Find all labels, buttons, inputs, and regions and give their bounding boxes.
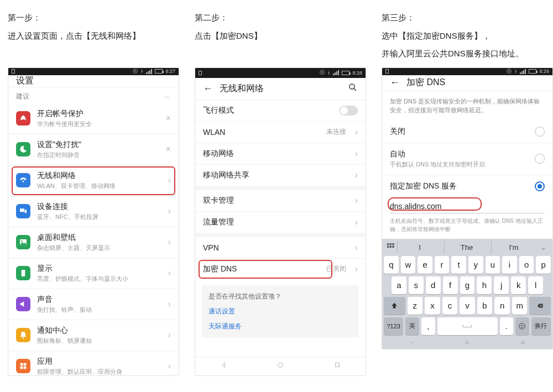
page-title: 加密 DNS [406, 77, 545, 88]
key[interactable]: r [435, 256, 450, 274]
settings-item-notif[interactable]: 通知中心图标角标、锁屏通知 › [8, 320, 179, 351]
row-wlan[interactable]: WLAN 未连接 › [195, 122, 366, 143]
key-backspace[interactable] [529, 297, 551, 315]
clock: 8:29 [539, 69, 549, 74]
key-comma[interactable]: , [421, 317, 435, 335]
close-icon[interactable]: × [166, 113, 171, 123]
key-space[interactable] [437, 317, 498, 335]
list-title: 双卡管理 [203, 196, 348, 206]
clock: 8:28 [352, 70, 362, 76]
key[interactable]: i [502, 256, 517, 274]
key[interactable]: x [425, 297, 440, 315]
key[interactable]: d [426, 276, 441, 294]
row-mobile[interactable]: 移动网络 › [195, 143, 366, 165]
navbar [384, 338, 551, 348]
row-tether[interactable]: 移动网络共享 › [195, 165, 366, 186]
key[interactable]: h [477, 276, 492, 294]
nav-recent-icon[interactable] [333, 361, 341, 371]
nav-recent-icon[interactable] [520, 338, 526, 348]
suggest-item-protect[interactable]: 开启帐号保护 华为帐号使用更安全 × [8, 103, 179, 134]
suggestion[interactable]: I [397, 241, 442, 254]
key[interactable]: c [442, 297, 458, 315]
key[interactable]: z [408, 297, 423, 315]
key-emoji[interactable] [515, 317, 529, 335]
key-shift[interactable] [384, 297, 405, 315]
key[interactable]: b [477, 297, 493, 315]
step3-desc2: 并输入阿里云公共DNS服务接口地址。 [382, 46, 553, 62]
chevron-right-icon: › [355, 243, 358, 253]
key[interactable]: j [494, 276, 509, 294]
key-enter[interactable]: 换行 [531, 317, 551, 335]
kbd-menu-icon[interactable] [386, 242, 395, 253]
radio-off[interactable]: 关闭 [382, 121, 552, 143]
phone-1: ⓝ ᚼ 8:27 设置 建议︿ 开启帐号保护 华为帐号使用更安全 × [8, 67, 179, 376]
search-icon[interactable] [348, 82, 358, 95]
key[interactable]: e [418, 256, 432, 274]
settings-item-connect[interactable]: 设备连接蓝牙、NFC、手机投屏 › [8, 196, 179, 227]
key[interactable]: n [494, 297, 510, 315]
suggest-item-dnd[interactable]: 设置"免打扰" 在指定时间静音 × [8, 134, 179, 165]
radio-auto[interactable]: 自动 手机默认 DNS 地址支持加密时开启 [382, 143, 552, 175]
suggest-header[interactable]: 建议︿ [8, 87, 179, 103]
settings-item-apps[interactable]: 应用权限管理、默认应用、应用分身 › [8, 351, 179, 376]
row-airplane[interactable]: 飞行模式 [195, 100, 366, 122]
key[interactable]: t [451, 256, 466, 274]
row-traffic[interactable]: 流量管理 › [195, 212, 366, 233]
key[interactable]: p [536, 256, 551, 274]
key-period[interactable]: . [500, 317, 514, 335]
radio-specify[interactable]: 指定加密 DNS 服务 [382, 175, 552, 197]
settings-item-home[interactable]: 桌面和壁纸杂志锁屏、主题、灭屏显示 › [8, 227, 179, 258]
key-num[interactable]: ?123 [384, 317, 403, 335]
sim-icon [385, 69, 389, 74]
link-call[interactable]: 通话设置 [208, 307, 352, 316]
step1-desc: 进入设置页面，点击【无线和网络】 [8, 28, 185, 44]
radio-icon [535, 154, 545, 164]
key-lang[interactable]: 英 [405, 317, 419, 335]
key[interactable]: v [460, 297, 475, 315]
suggestion[interactable]: I'm [491, 241, 536, 254]
step2-title: 第二步： [195, 10, 372, 26]
svg-rect-9 [24, 367, 27, 369]
key[interactable]: a [392, 276, 406, 294]
svg-point-3 [21, 241, 23, 242]
battery-icon [529, 69, 536, 74]
close-icon[interactable]: × [166, 144, 171, 154]
svg-point-18 [278, 363, 283, 367]
key[interactable]: o [519, 256, 534, 274]
row-dns[interactable]: 加密 DNS 已关闭 › [195, 259, 366, 280]
back-icon[interactable]: ← [203, 83, 213, 95]
key[interactable]: g [460, 276, 475, 294]
back-icon[interactable]: ← [390, 77, 400, 88]
svg-rect-25 [392, 245, 394, 247]
key[interactable]: y [468, 256, 483, 274]
toggle-off[interactable] [339, 106, 358, 116]
chevron-right-icon: › [355, 196, 358, 206]
chevron-right-icon: › [168, 175, 171, 185]
key[interactable]: s [409, 276, 424, 294]
key[interactable]: w [401, 256, 416, 274]
bt-icon: ᚼ [327, 70, 330, 76]
dns-input[interactable] [390, 200, 545, 213]
nav-back-icon[interactable] [220, 361, 227, 371]
settings-item-sound[interactable]: 声音免打扰、铃声、振动 › [8, 289, 179, 320]
key[interactable]: f [443, 276, 458, 294]
nav-down-icon[interactable] [409, 338, 415, 348]
key[interactable]: l [528, 276, 543, 294]
step2-desc: 点击【加密DNS】 [195, 28, 372, 44]
key[interactable]: q [384, 256, 399, 274]
key[interactable]: m [512, 297, 528, 315]
settings-item-display[interactable]: 显示亮度、护眼模式、字体与显示大小 › [8, 258, 179, 289]
list-title: 桌面和壁纸 [37, 233, 161, 243]
statusbar: ⓝ ᚼ 8:29 [382, 68, 552, 75]
row-dual[interactable]: 双卡管理 › [195, 190, 366, 212]
suggestion[interactable]: The [444, 241, 489, 254]
nav-home-icon[interactable] [464, 338, 470, 348]
settings-item-wireless[interactable]: 无线和网络 WLAN、双卡管理、移动网络 › [8, 165, 179, 196]
key[interactable]: k [511, 276, 526, 294]
link-skytone[interactable]: 天际通服务 [208, 322, 352, 331]
key[interactable]: u [486, 256, 500, 274]
list-sub: 权限管理、默认应用、应用分身 [37, 368, 161, 376]
chevron-down-icon[interactable]: ⌄ [538, 243, 549, 252]
row-vpn[interactable]: VPN › [195, 237, 366, 259]
nav-home-icon[interactable] [276, 361, 284, 371]
